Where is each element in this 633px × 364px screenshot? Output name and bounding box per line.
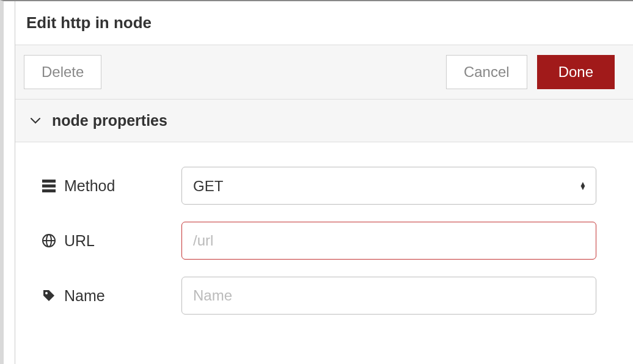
name-input[interactable] xyxy=(181,277,596,315)
method-row: Method GET ▲▼ xyxy=(40,167,596,205)
url-input[interactable] xyxy=(181,222,596,260)
url-label: URL xyxy=(40,232,181,250)
tag-icon xyxy=(40,288,58,303)
bars-icon xyxy=(40,178,58,193)
method-label: Method xyxy=(40,177,181,195)
dialog-header: Edit http in node xyxy=(15,1,633,45)
dialog-panel: Edit http in node Delete Cancel Done nod… xyxy=(15,1,633,364)
url-row: URL xyxy=(40,222,596,260)
name-label: Name xyxy=(40,287,181,305)
svg-point-3 xyxy=(45,292,48,294)
section-header[interactable]: node properties xyxy=(15,100,633,142)
method-select[interactable]: GET xyxy=(181,167,596,205)
name-label-text: Name xyxy=(64,287,105,305)
method-select-wrap: GET ▲▼ xyxy=(181,167,596,205)
globe-icon xyxy=(40,233,58,248)
section-title: node properties xyxy=(52,112,167,129)
url-label-text: URL xyxy=(64,232,95,250)
delete-button[interactable]: Delete xyxy=(24,55,101,89)
chevron-down-icon xyxy=(30,115,41,126)
properties-body: Method GET ▲▼ URL xyxy=(15,142,633,356)
done-button[interactable]: Done xyxy=(537,55,615,89)
dialog-frame: Edit http in node Delete Cancel Done nod… xyxy=(0,0,633,364)
cancel-button[interactable]: Cancel xyxy=(446,55,527,89)
method-label-text: Method xyxy=(64,177,115,195)
action-bar: Delete Cancel Done xyxy=(15,45,633,100)
name-row: Name xyxy=(40,277,596,315)
dialog-title: Edit http in node xyxy=(26,13,633,32)
